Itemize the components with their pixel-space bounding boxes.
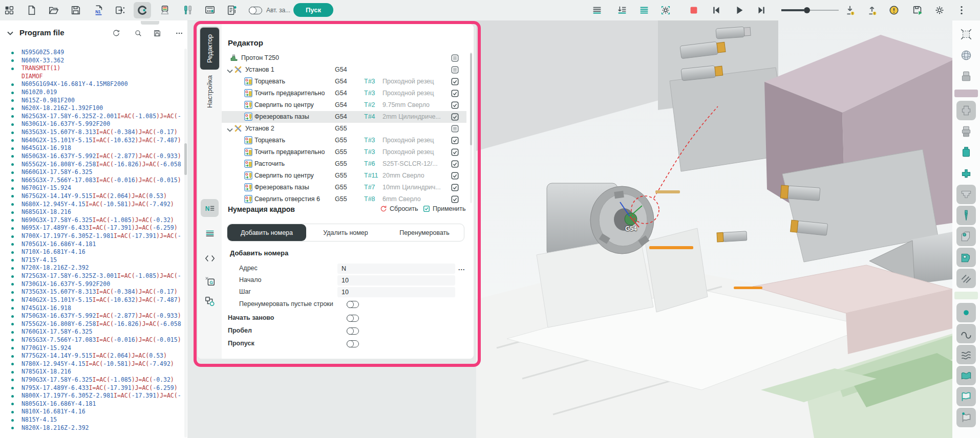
tree-row-op[interactable]: GТорцеватьG54T#3Проходной резец: [222, 76, 466, 87]
operation-checkbox[interactable]: [451, 148, 459, 156]
save-and-run-button[interactable]: [909, 2, 926, 18]
tree-row-op[interactable]: GРасточитьG55T#6S25T-SCLCR-12/...: [222, 158, 466, 170]
subprogram-structure-tool[interactable]: [201, 292, 219, 310]
postprocessor-button[interactable]: [156, 2, 174, 18]
group-list-icon[interactable]: [451, 125, 459, 133]
slider-knob[interactable]: [804, 7, 810, 13]
gcode-line[interactable]: N710X-16.681Y-4.16: [0, 248, 183, 256]
program-structure-button[interactable]: [223, 2, 241, 18]
gcode-line[interactable]: N740G2X-15.101Y-5.15I=AC(-10.632)J=AC(-7…: [0, 296, 183, 304]
gcode-line[interactable]: N755G2X-16.808Y-6.258I=AC(-16.826)J=AC(-…: [0, 320, 183, 328]
curve-button[interactable]: [956, 324, 976, 343]
gcode-line[interactable]: N785G1X-18.216: [0, 368, 183, 376]
fit-view-button[interactable]: [956, 25, 976, 44]
tool-library-button[interactable]: [179, 2, 197, 18]
apply-button[interactable]: Применить: [422, 205, 466, 213]
auto-run-toggle[interactable]: [249, 7, 262, 14]
tree-row-machine[interactable]: Протон Т250: [222, 52, 466, 64]
save-file-button[interactable]: [67, 2, 84, 18]
surface-outline-button[interactable]: [956, 387, 976, 406]
gcode-line[interactable]: N770G1Y-15.924: [0, 344, 183, 353]
tree-row-op[interactable]: GФрезеровать пазыG54T#42mm Цилиндриче...: [222, 111, 466, 123]
gcode-line[interactable]: N655G2X-16.808Y-6.258I=AC(-16.826)J=AC(-…: [0, 161, 183, 169]
warnings-button[interactable]: [885, 2, 903, 18]
gcode-line[interactable]: N600X-33.362: [0, 57, 183, 65]
gcode-line[interactable]: DIAMOF: [0, 73, 183, 81]
operation-checkbox[interactable]: [451, 113, 459, 121]
gcode-line[interactable]: N595G0Z5.849: [0, 49, 183, 57]
gcode-line[interactable]: N675G2X-14.14Y-9.515I=AC(2.064)J=AC(0.53…: [0, 192, 183, 201]
program-scrollbar[interactable]: [184, 49, 187, 437]
collapse-chevron-icon[interactable]: [6, 29, 14, 37]
gcode-line[interactable]: N800X-17.197Y-6.305Z-2.981I=AC(-17.391)J…: [0, 392, 183, 400]
more-menu-button[interactable]: [953, 2, 970, 18]
save-small-button[interactable]: [150, 26, 164, 40]
stock-stepped-button[interactable]: [956, 185, 976, 204]
space-toggle[interactable]: [347, 327, 359, 335]
new-file-button[interactable]: [23, 2, 40, 18]
apps-grid-button[interactable]: [1, 2, 18, 18]
gcode-line[interactable]: N730G1X-16.637Y-5.992F200: [0, 280, 183, 289]
operation-checkbox[interactable]: [451, 78, 459, 85]
tab-settings[interactable]: Настройка: [200, 73, 219, 110]
renumber-empty-toggle[interactable]: [347, 301, 359, 308]
tree-row-op[interactable]: GТочить предварительноG54T#3Проходной ре…: [222, 87, 466, 99]
code-view-tool[interactable]: [201, 249, 219, 267]
address-more-button[interactable]: ...: [458, 262, 465, 274]
section-hatch-button[interactable]: [956, 269, 976, 288]
gcode-line[interactable]: N645G1X-16.918: [0, 144, 183, 152]
search-button[interactable]: [131, 26, 145, 40]
part-model-button[interactable]: [956, 101, 976, 120]
format-strings-tool[interactable]: [201, 225, 219, 243]
highlight-lines-button[interactable]: [635, 2, 653, 18]
operation-checkbox[interactable]: [451, 137, 459, 144]
gcode-line[interactable]: N660G1X-17.58Y-6.325: [0, 168, 183, 177]
gcode-line[interactable]: N810X-16.681Y-4.16: [0, 408, 183, 416]
fixture-teal-button[interactable]: [956, 143, 976, 162]
gcode-line[interactable]: N610Z0.019: [0, 89, 183, 97]
gcode-line[interactable]: N760G1X-17.58Y-6.325: [0, 328, 183, 336]
step-input[interactable]: 10: [337, 287, 455, 297]
tree-row-op[interactable]: GТочить предварительноG55T#3Проходной ре…: [222, 146, 466, 158]
gcode-line[interactable]: N820X-18.216Z-2.392: [0, 424, 183, 432]
operation-checkbox[interactable]: [451, 160, 459, 168]
operation-checkbox[interactable]: [451, 184, 459, 191]
gcode-line[interactable]: N725G3X-17.58Y-6.325Z-3.001I=AC(-1.085)J…: [0, 272, 183, 280]
start-input[interactable]: 10: [337, 275, 455, 286]
skip-to-end-button[interactable]: [753, 2, 770, 18]
group-list-icon[interactable]: [451, 54, 459, 62]
gcode-line[interactable]: N635G3X-15.607Y-8.313I=AC(-0.384)J=AC(-0…: [0, 128, 183, 137]
tree-row-setup[interactable]: Установ 1G54: [222, 64, 466, 76]
run-button[interactable]: Пуск: [293, 3, 333, 17]
surface-point-button[interactable]: [956, 408, 976, 427]
frame-numbering-tool[interactable]: N: [201, 199, 219, 217]
numbered-file-button[interactable]: N1: [90, 2, 108, 18]
gcode-editor-button[interactable]: [134, 2, 151, 18]
gcode-line[interactable]: N680X-12.945Y-4.15I=AC(-10.581)J=AC(-7.4…: [0, 201, 183, 209]
tab-editor[interactable]: Редактор: [200, 28, 219, 70]
point-button[interactable]: [956, 303, 976, 322]
gcode-line[interactable]: N795X-17.489Y-6.433I=AC(-17.391)J=AC(-6.…: [0, 384, 183, 392]
operation-checkbox[interactable]: [451, 195, 459, 203]
operation-checkbox[interactable]: [451, 90, 459, 97]
gcode-line[interactable]: N805G1X-16.686Y-4.181: [0, 400, 183, 408]
tool-drill-button[interactable]: [956, 206, 976, 225]
part-teal-button[interactable]: [956, 164, 976, 183]
machine-panel-button[interactable]: [201, 2, 219, 18]
gcode-line[interactable]: N695X-17.489Y-6.433I=AC(-17.391)J=AC(-6.…: [0, 224, 183, 232]
gcode-line[interactable]: N775G2X-14.14Y-9.515I=AC(2.064)J=AC(0.53…: [0, 352, 183, 360]
gcode-line[interactable]: N765G3X-7.566Y-17.083I=AC(-0.016)J=AC(-0…: [0, 336, 183, 344]
tree-scrollbar[interactable]: [470, 52, 472, 203]
skip-toggle[interactable]: [347, 340, 359, 347]
gcode-line[interactable]: N790G3X-17.58Y-6.325I=AC(-1.085)J=AC(-0.…: [0, 376, 183, 384]
gcode-line[interactable]: N630G1X-16.637Y-5.992F200: [0, 120, 183, 128]
gcode-line[interactable]: N665G3X-7.566Y-17.083I=AC(-0.016)J=AC(-0…: [0, 177, 183, 185]
more-horizontal-button[interactable]: [172, 26, 186, 40]
address-input[interactable]: N: [337, 264, 455, 274]
download-alert-button[interactable]: [841, 2, 859, 18]
skip-to-start-button[interactable]: [708, 2, 725, 18]
wire-sphere-button[interactable]: [956, 46, 976, 65]
gcode-line[interactable]: N685G1X-18.216: [0, 208, 183, 216]
gcode-line[interactable]: N640G2X-15.101Y-5.15I=AC(-10.632)J=AC(-7…: [0, 137, 183, 145]
gcode-line[interactable]: N750G3X-16.637Y-5.992I=AC(-2.877)J=AC(-0…: [0, 312, 183, 320]
